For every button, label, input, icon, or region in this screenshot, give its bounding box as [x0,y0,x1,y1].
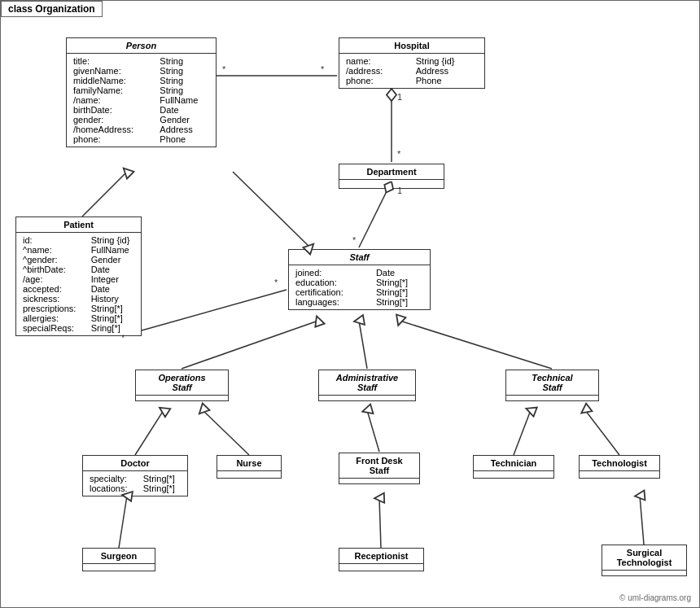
svg-line-18 [203,410,249,455]
class-department-header: Department [339,164,444,180]
svg-line-20 [514,410,531,455]
class-technician-body [474,471,553,478]
class-staff-header: Staff [289,250,430,265]
class-person-body: title:String givenName:String middleName… [67,54,216,147]
class-nurse-header: Nurse [217,456,281,471]
class-surgeon-header: Surgeon [83,549,155,564]
class-hospital-header: Hospital [339,38,484,54]
svg-text:*: * [321,64,325,74]
svg-line-11 [142,290,287,330]
class-department-body [339,180,444,188]
class-administrative-staff-header: Administrative Staff [319,370,415,396]
class-doctor-body: specialty:String[*] locations:String[*] [83,471,187,496]
class-surgeon: Surgeon [82,548,155,571]
class-technologist-header: Technologist [580,456,659,471]
svg-text:*: * [352,235,357,245]
class-operations-staff: Operations Staff [135,370,229,401]
class-front-desk-staff: Front Desk Staff [339,453,420,484]
svg-line-21 [585,410,619,455]
class-department: Department [339,164,444,189]
svg-line-14 [182,321,318,369]
class-operations-staff-body [136,396,228,400]
class-technician-header: Technician [474,456,553,471]
class-patient: Patient id:String {id} ^name:FullName ^g… [15,217,142,336]
class-hospital-body: name:String {id} /address:Address phone:… [339,54,484,88]
svg-text:*: * [274,278,278,287]
svg-line-22 [119,496,127,548]
svg-line-9 [82,172,127,217]
class-front-desk-staff-body [339,479,419,483]
class-technician: Technician [473,455,554,479]
svg-line-3 [359,182,392,247]
svg-line-16 [400,321,552,369]
diagram-title: class Organization [1,1,103,17]
class-patient-header: Patient [16,217,141,233]
class-person-header: Person [67,38,216,54]
class-operations-staff-header: Operations Staff [136,370,228,396]
class-staff: Staff joined:Date education:String[*] ce… [288,249,431,310]
class-staff-body: joined:Date education:String[*] certific… [289,265,430,309]
class-nurse: Nurse [217,455,282,479]
svg-line-23 [379,498,381,548]
svg-text:*: * [222,64,226,74]
class-surgical-technologist-body [602,571,686,575]
svg-line-24 [640,496,644,545]
class-technical-staff: Technical Staff [505,370,599,401]
svg-line-15 [359,321,367,369]
class-administrative-staff: Administrative Staff [318,370,416,401]
class-surgical-technologist-header: Surgical Technologist [602,545,686,571]
class-receptionist-body [339,564,423,571]
diagram-container: class Organization Person title:String g… [0,0,700,608]
class-receptionist: Receptionist [339,548,424,571]
class-surgeon-body [83,564,155,571]
class-patient-body: id:String {id} ^name:FullName ^gender:Ge… [16,233,141,335]
class-technologist: Technologist [579,455,660,479]
class-doctor: Doctor specialty:String[*] locations:Str… [82,455,188,496]
class-nurse-body [217,471,281,478]
svg-line-19 [367,410,379,452]
class-technical-staff-header: Technical Staff [506,370,598,396]
class-technical-staff-body [506,396,598,400]
copyright: © uml-diagrams.org [619,593,691,602]
svg-line-10 [233,172,310,247]
class-administrative-staff-body [319,396,415,400]
class-hospital: Hospital name:String {id} /address:Addre… [339,37,485,89]
class-surgical-technologist: Surgical Technologist [602,545,687,576]
class-front-desk-staff-header: Front Desk Staff [339,453,419,479]
class-receptionist-header: Receptionist [339,549,423,564]
svg-text:1: 1 [397,92,402,102]
class-technologist-body [580,471,659,478]
class-doctor-header: Doctor [83,456,187,471]
svg-text:*: * [397,149,401,159]
svg-line-17 [135,410,164,455]
class-person: Person title:String givenName:String mid… [66,37,217,147]
